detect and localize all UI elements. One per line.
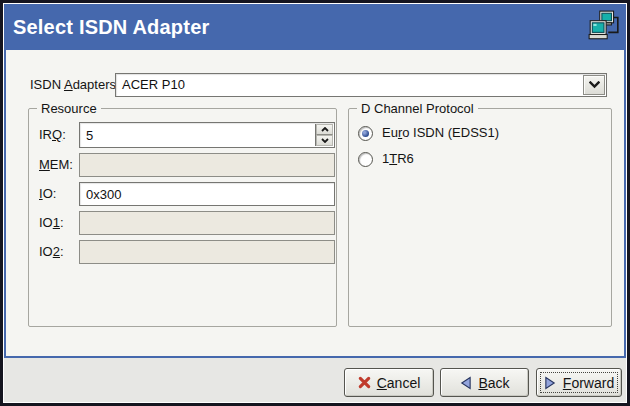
irq-label: IRQ:: [39, 122, 79, 148]
io-input[interactable]: [80, 183, 334, 205]
d-channel-protocol-title: D Channel Protocol: [357, 101, 478, 116]
isdn-adapters-label: ISDN Adapters:: [30, 73, 120, 97]
io1-label: IO1:: [39, 211, 79, 235]
spin-down-button[interactable]: [316, 135, 333, 146]
chevron-down-icon: [589, 81, 600, 89]
mem-field: [79, 153, 335, 177]
radio-euro-isdn[interactable]: Euro ISDN (EDSS1): [358, 125, 499, 141]
io2-field: [79, 240, 335, 264]
io-label: IO:: [39, 182, 79, 206]
spin-down-icon: [321, 138, 329, 143]
dialog-titlebar: Select ISDN Adapter: [4, 4, 626, 48]
forward-button[interactable]: Forward: [536, 368, 622, 397]
cancel-button[interactable]: Cancel: [344, 368, 434, 397]
spin-up-icon: [321, 127, 329, 132]
cancel-button-label: Cancel: [377, 375, 421, 391]
back-button-label: Back: [478, 375, 509, 391]
spin-up-button[interactable]: [316, 124, 333, 135]
network-computers-icon: [587, 8, 621, 44]
dialog-content: ISDN Adapters: ACER P10 Resource IRQ:: [4, 48, 626, 358]
isdn-adapter-combobox-value: ACER P10: [122, 74, 185, 96]
dialog-title: Select ISDN Adapter: [13, 4, 209, 48]
io-field: [79, 182, 335, 206]
radio-button-icon[interactable]: [358, 126, 373, 141]
cancel-x-icon: [358, 376, 371, 389]
combobox-dropdown-button[interactable]: [583, 75, 605, 95]
dialog-body: Select ISDN Adapter ISDN Adapters: ACER …: [4, 4, 626, 402]
resource-group-title: Resource: [37, 101, 101, 116]
io1-input: [80, 212, 334, 234]
io2-input: [80, 241, 334, 263]
forward-button-label: Forward: [563, 375, 614, 391]
mem-label: MEM:: [39, 153, 79, 177]
mem-input: [80, 154, 334, 176]
irq-spinner: [315, 124, 333, 146]
irq-spinbutton: [79, 122, 335, 148]
back-arrow-icon: [459, 376, 472, 390]
irq-input[interactable]: [80, 123, 316, 147]
radio-1tr6[interactable]: 1TR6: [358, 151, 414, 167]
d-channel-protocol-groupbox: D Channel Protocol Euro ISDN (EDSS1) 1TR…: [348, 108, 612, 327]
forward-arrow-icon: [544, 376, 557, 390]
radio-1tr6-label: 1TR6: [382, 151, 414, 167]
radio-button-icon[interactable]: [358, 152, 373, 167]
radio-euro-isdn-label: Euro ISDN (EDSS1): [382, 125, 499, 141]
resource-groupbox: Resource IRQ:: [28, 108, 337, 327]
isdn-adapter-combobox[interactable]: ACER P10: [115, 73, 607, 97]
io2-label: IO2:: [39, 240, 79, 264]
back-button[interactable]: Back: [440, 368, 529, 397]
dialog-select-isdn-adapter: Select ISDN Adapter ISDN Adapters: ACER …: [0, 0, 630, 406]
io1-field: [79, 211, 335, 235]
